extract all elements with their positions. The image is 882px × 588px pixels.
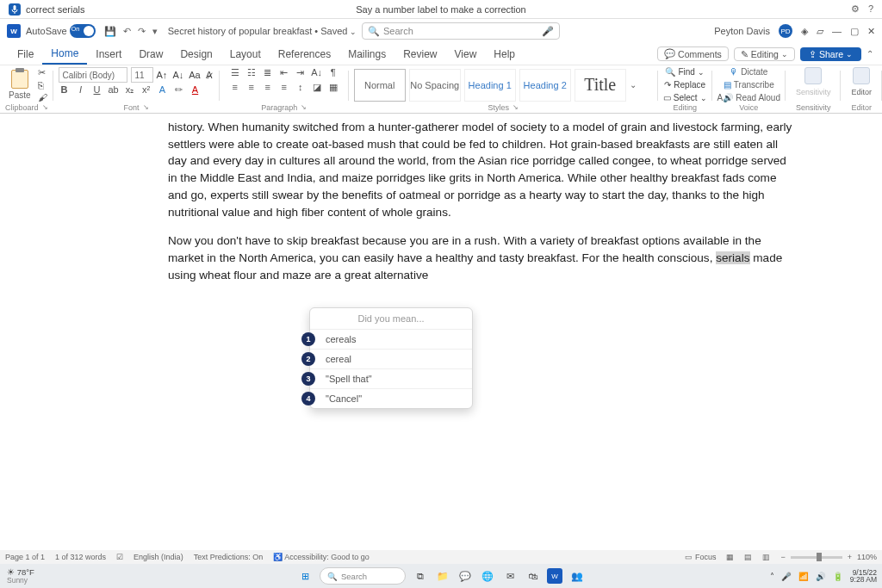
sort-icon[interactable]: A↓: [311, 67, 323, 78]
page-content[interactable]: history. When humanity switched from a h…: [0, 114, 882, 283]
clear-format-icon[interactable]: A̷: [204, 70, 214, 81]
taskbar-search[interactable]: 🔍 Search: [320, 567, 406, 585]
autosave-toggle[interactable]: On: [70, 24, 96, 38]
zoom-in-button[interactable]: +: [848, 553, 852, 561]
paste-button[interactable]: Paste: [5, 70, 34, 100]
mail-icon[interactable]: ✉: [502, 568, 518, 584]
multilevel-icon[interactable]: ≣: [262, 67, 274, 78]
tab-file[interactable]: File: [9, 45, 42, 64]
align-center-icon[interactable]: ≡: [245, 82, 258, 93]
focus-mode-button[interactable]: ▭ Focus: [685, 553, 716, 561]
status-predictions[interactable]: Text Predictions: On: [194, 553, 264, 561]
status-language[interactable]: English (India): [134, 553, 183, 561]
view-web-icon[interactable]: ▥: [762, 553, 770, 561]
zoom-slider[interactable]: [791, 556, 842, 559]
correction-option-1[interactable]: 1cereals: [310, 329, 472, 349]
styles-launcher-icon[interactable]: ↘: [512, 103, 519, 112]
volume-icon[interactable]: 🔊: [816, 572, 826, 581]
tab-view[interactable]: View: [446, 45, 486, 64]
borders-icon[interactable]: ▦: [327, 82, 339, 93]
correction-option-spell-that[interactable]: 3"Spell that": [310, 368, 472, 388]
task-view-icon[interactable]: ⧉: [413, 568, 428, 584]
tab-help[interactable]: Help: [485, 45, 524, 64]
styles-more-icon[interactable]: ⌄: [630, 80, 637, 90]
tab-design[interactable]: Design: [171, 45, 220, 64]
font-size-combobox[interactable]: 11: [131, 67, 153, 83]
close-button[interactable]: ✕: [867, 26, 875, 37]
maximize-button[interactable]: ▢: [850, 26, 859, 37]
font-name-combobox[interactable]: Calibri (Body): [59, 67, 127, 83]
show-marks-icon[interactable]: ¶: [327, 67, 339, 78]
strikethrough-button[interactable]: ab: [108, 84, 120, 96]
status-page[interactable]: Page 1 of 1: [5, 553, 45, 561]
sensitivity-button[interactable]: Sensitivity: [791, 67, 836, 102]
style-heading2[interactable]: Heading 2: [519, 69, 571, 102]
search-mic-icon[interactable]: 🎤: [542, 26, 554, 37]
search-box[interactable]: 🔍 Search 🎤: [362, 22, 560, 40]
tab-mailings[interactable]: Mailings: [339, 45, 394, 64]
replace-button[interactable]: ↷ Replace: [664, 80, 705, 90]
paragraph-1[interactable]: history. When humanity switched from a h…: [168, 119, 796, 220]
spellcheck-icon[interactable]: ☑: [116, 553, 123, 561]
redo-icon[interactable]: ↷: [138, 26, 146, 37]
save-icon[interactable]: 💾: [104, 26, 116, 37]
weather-widget[interactable]: ☀ 78°F Sunny: [0, 568, 41, 584]
shading-icon[interactable]: ◪: [311, 82, 323, 93]
ribbon-collapse-icon[interactable]: ⌃: [866, 49, 873, 59]
tab-references[interactable]: References: [270, 45, 339, 64]
editing-mode-button[interactable]: ✎ Editing ⌄: [734, 47, 795, 61]
view-print-icon[interactable]: ▦: [726, 553, 734, 561]
ribbon-display-icon[interactable]: ▱: [817, 26, 823, 37]
cut-icon[interactable]: ✂: [38, 67, 47, 78]
start-button[interactable]: ⊞: [297, 568, 313, 584]
read-aloud-button[interactable]: A🔊 Read Aloud: [717, 93, 780, 102]
font-launcher-icon[interactable]: ↘: [143, 103, 149, 112]
qat-customize-icon[interactable]: ▾: [152, 26, 158, 37]
bullets-icon[interactable]: ☰: [229, 67, 241, 78]
style-title[interactable]: Title: [575, 69, 626, 102]
word-taskbar-icon[interactable]: W: [547, 568, 562, 584]
line-spacing-icon[interactable]: ↕: [295, 82, 307, 93]
chat-icon[interactable]: 💬: [457, 568, 473, 584]
align-left-icon[interactable]: ≡: [229, 82, 241, 93]
select-button[interactable]: ▭ Select ⌄: [663, 93, 707, 102]
font-color-icon[interactable]: A: [189, 84, 202, 96]
justify-icon[interactable]: ≡: [278, 82, 290, 93]
editor-button[interactable]: Editor: [846, 67, 877, 102]
user-name[interactable]: Peyton Davis: [714, 26, 770, 36]
change-case-icon[interactable]: Aa: [187, 70, 202, 80]
increase-indent-icon[interactable]: ⇥: [295, 67, 307, 78]
style-normal[interactable]: Normal: [354, 69, 406, 102]
edge-icon[interactable]: 🌐: [480, 568, 495, 584]
style-no-spacing[interactable]: No Spacing: [409, 69, 461, 102]
tab-home[interactable]: Home: [42, 44, 87, 65]
format-painter-icon[interactable]: 🖌: [38, 92, 47, 102]
minimize-button[interactable]: —: [832, 26, 842, 36]
italic-button[interactable]: I: [75, 84, 87, 96]
undo-icon[interactable]: ↶: [123, 26, 131, 37]
user-avatar[interactable]: PD: [779, 24, 792, 38]
clipboard-launcher-icon[interactable]: ↘: [42, 103, 48, 112]
superscript-button[interactable]: x²: [140, 84, 152, 96]
comments-button[interactable]: 💬 Comments: [657, 46, 729, 61]
tab-insert[interactable]: Insert: [87, 45, 130, 64]
wifi-icon[interactable]: 📶: [798, 572, 809, 581]
document-title[interactable]: Secret history of popular breakfast • Sa…: [168, 26, 357, 36]
correction-option-cancel[interactable]: 4"Cancel": [310, 388, 472, 408]
decrease-indent-icon[interactable]: ⇤: [278, 67, 290, 78]
style-heading1[interactable]: Heading 1: [464, 69, 516, 102]
paragraph-2[interactable]: Now you don't have to skip breakfast bec…: [168, 232, 796, 283]
underline-button[interactable]: U: [91, 84, 103, 96]
find-button[interactable]: 🔍 Find ⌄: [665, 67, 704, 77]
shrink-font-icon[interactable]: A↓: [171, 70, 185, 80]
battery-icon[interactable]: 🔋: [833, 572, 843, 581]
align-right-icon[interactable]: ≡: [262, 82, 274, 93]
tab-layout[interactable]: Layout: [221, 45, 270, 64]
tab-draw[interactable]: Draw: [130, 45, 171, 64]
highlighted-word[interactable]: serials: [716, 251, 749, 264]
zoom-level[interactable]: 110%: [857, 553, 877, 561]
mic-tray-icon[interactable]: 🎤: [781, 572, 792, 581]
teams-icon[interactable]: 👥: [569, 568, 585, 584]
paragraph-launcher-icon[interactable]: ↘: [301, 103, 307, 112]
grow-font-icon[interactable]: A↑: [155, 70, 170, 80]
